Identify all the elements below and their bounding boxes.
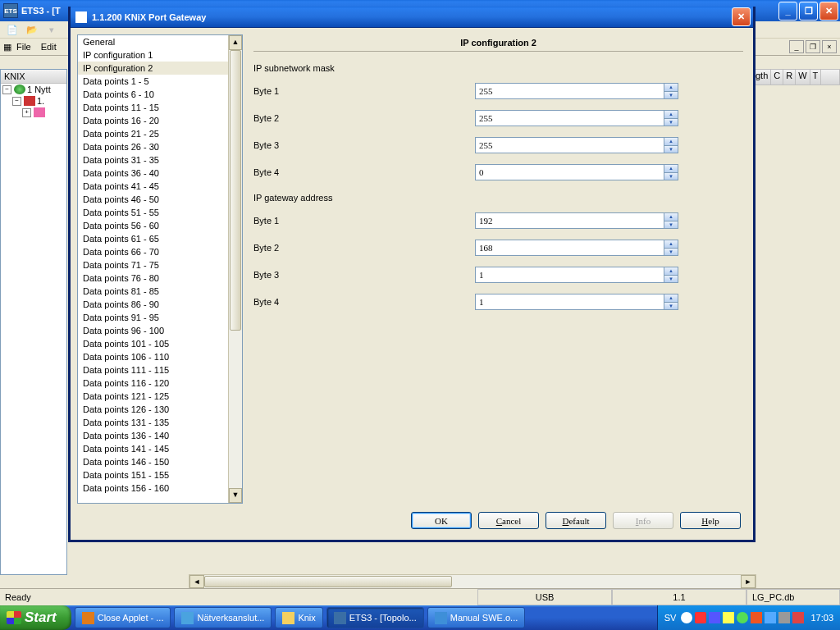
tray-icon[interactable] bbox=[723, 612, 734, 623]
tray-icon[interactable] bbox=[709, 612, 720, 623]
sidebar-item[interactable]: Data points 46 - 50 bbox=[78, 193, 229, 206]
sidebar-item[interactable]: Data points 66 - 70 bbox=[78, 245, 229, 258]
start-button[interactable]: Start bbox=[0, 605, 71, 630]
sidebar-item[interactable]: Data points 76 - 80 bbox=[78, 272, 229, 285]
sidebar-scroll-thumb[interactable] bbox=[230, 50, 241, 331]
dialog-titlebar[interactable]: 1.1.200 KNiX Port Gateway ✕ bbox=[71, 7, 753, 28]
sidebar-scrollbar[interactable]: ▲ ▼ bbox=[228, 35, 242, 503]
sidebar-item[interactable]: Data points 81 - 85 bbox=[78, 285, 229, 298]
spin-down-icon[interactable]: ▼ bbox=[664, 303, 678, 310]
clock[interactable]: 17:03 bbox=[810, 613, 833, 623]
gateway-byte2-spinner[interactable]: ▲▼ bbox=[475, 240, 678, 256]
spin-down-icon[interactable]: ▼ bbox=[664, 173, 678, 180]
system-tray[interactable]: SV 17:03 bbox=[657, 605, 840, 630]
dialog-close-button[interactable]: ✕ bbox=[732, 7, 751, 26]
tray-icon[interactable] bbox=[737, 612, 748, 623]
subnet-byte4-input[interactable] bbox=[475, 164, 664, 180]
menu-icon[interactable]: ▦ bbox=[3, 42, 11, 52]
default-button[interactable]: Default bbox=[546, 512, 606, 529]
taskbar-item[interactable]: Nätverksanslut... bbox=[174, 607, 272, 628]
subnet-byte1-spinner[interactable]: ▲▼ bbox=[475, 83, 678, 99]
tray-icon[interactable] bbox=[751, 612, 762, 623]
scroll-right-icon[interactable]: ► bbox=[741, 575, 756, 588]
spin-up-icon[interactable]: ▲ bbox=[664, 240, 678, 249]
spin-down-icon[interactable]: ▼ bbox=[664, 146, 678, 153]
parent-maximize-button[interactable]: ❐ bbox=[799, 2, 818, 21]
spin-up-icon[interactable]: ▲ bbox=[664, 111, 678, 119]
sidebar-item[interactable]: Data points 6 - 10 bbox=[78, 88, 229, 101]
gateway-byte2-input[interactable] bbox=[475, 240, 664, 256]
gateway-byte3-input[interactable] bbox=[475, 267, 664, 283]
sidebar-item[interactable]: Data points 101 - 105 bbox=[78, 337, 229, 350]
parent-close-button[interactable]: ✕ bbox=[819, 2, 838, 21]
taskbar-item[interactable]: Manual SWE.o... bbox=[427, 607, 526, 628]
sidebar-item[interactable]: Data points 1 - 5 bbox=[78, 75, 229, 88]
sidebar-item[interactable]: Data points 91 - 95 bbox=[78, 311, 229, 324]
sidebar-item[interactable]: Data points 51 - 55 bbox=[78, 206, 229, 219]
scroll-down-icon[interactable]: ▼ bbox=[229, 488, 242, 503]
sidebar-item[interactable]: Data points 146 - 150 bbox=[78, 455, 229, 468]
taskbar-item[interactable]: ETS3 - [Topolo... bbox=[326, 607, 424, 628]
taskbar-item[interactable]: Close Applet - ... bbox=[75, 607, 171, 628]
spin-up-icon[interactable]: ▲ bbox=[664, 84, 678, 92]
spin-down-icon[interactable]: ▼ bbox=[664, 249, 678, 256]
tray-icon[interactable] bbox=[681, 612, 692, 623]
spin-down-icon[interactable]: ▼ bbox=[664, 221, 678, 229]
sidebar-item[interactable]: Data points 136 - 140 bbox=[78, 429, 229, 442]
sidebar-item[interactable]: Data points 96 - 100 bbox=[78, 324, 229, 337]
sidebar-item[interactable]: Data points 36 - 40 bbox=[78, 167, 229, 180]
tray-icon[interactable] bbox=[695, 612, 706, 623]
sidebar-item[interactable]: Data points 131 - 135 bbox=[78, 416, 229, 429]
sidebar-item[interactable]: Data points 56 - 60 bbox=[78, 219, 229, 232]
scroll-up-icon[interactable]: ▲ bbox=[229, 35, 242, 50]
spin-down-icon[interactable]: ▼ bbox=[664, 119, 678, 126]
subnet-byte3-input[interactable] bbox=[475, 137, 664, 153]
ok-button[interactable]: OK bbox=[411, 512, 472, 529]
taskbar-item[interactable]: Knix bbox=[275, 607, 322, 628]
horizontal-scrollbar[interactable]: ◄ ► bbox=[189, 574, 756, 589]
column-headers[interactable]: gth C R W T bbox=[752, 69, 840, 85]
subnet-byte4-spinner[interactable]: ▲▼ bbox=[475, 164, 678, 180]
gateway-byte3-spinner[interactable]: ▲▼ bbox=[475, 267, 678, 283]
sidebar-item[interactable]: IP configuration 2 bbox=[78, 62, 229, 75]
topology-tree[interactable]: KNIX −1 Nytt −1. + bbox=[0, 69, 67, 575]
sidebar-item[interactable]: Data points 156 - 160 bbox=[78, 482, 229, 495]
spin-up-icon[interactable]: ▲ bbox=[664, 267, 678, 276]
doc-close-button[interactable]: × bbox=[822, 40, 837, 53]
spin-up-icon[interactable]: ▲ bbox=[664, 138, 678, 146]
sidebar-item[interactable]: General bbox=[78, 35, 229, 48]
spin-up-icon[interactable]: ▲ bbox=[664, 165, 678, 173]
tray-icon[interactable] bbox=[792, 612, 804, 623]
subnet-byte2-spinner[interactable]: ▲▼ bbox=[475, 110, 678, 126]
sidebar-item[interactable]: Data points 26 - 30 bbox=[78, 140, 229, 153]
cancel-button[interactable]: Cancel bbox=[478, 512, 539, 529]
gateway-byte1-input[interactable] bbox=[475, 212, 664, 229]
sidebar-item[interactable]: Data points 71 - 75 bbox=[78, 258, 229, 272]
parent-minimize-button[interactable]: _ bbox=[778, 2, 797, 21]
spin-up-icon[interactable]: ▲ bbox=[664, 294, 678, 303]
spin-down-icon[interactable]: ▼ bbox=[664, 92, 678, 99]
toolbar-open-icon[interactable]: 📂 bbox=[23, 22, 41, 37]
tree-node[interactable]: −1 Nytt bbox=[1, 84, 66, 95]
language-indicator[interactable]: SV bbox=[664, 613, 677, 623]
sidebar-item[interactable]: Data points 141 - 145 bbox=[78, 442, 229, 455]
spin-down-icon[interactable]: ▼ bbox=[664, 276, 678, 283]
sidebar-item[interactable]: Data points 16 - 20 bbox=[78, 114, 229, 127]
sidebar-item[interactable]: Data points 111 - 115 bbox=[78, 363, 229, 377]
sidebar-item[interactable]: Data points 116 - 120 bbox=[78, 377, 229, 390]
spin-up-icon[interactable]: ▲ bbox=[664, 213, 678, 221]
gateway-byte1-spinner[interactable]: ▲▼ bbox=[475, 212, 678, 229]
subnet-byte1-input[interactable] bbox=[475, 83, 664, 99]
sidebar-item[interactable]: Data points 61 - 65 bbox=[78, 232, 229, 245]
sidebar-item[interactable]: Data points 126 - 130 bbox=[78, 403, 229, 416]
menu-file[interactable]: File bbox=[11, 40, 36, 53]
sidebar-item[interactable]: Data points 31 - 35 bbox=[78, 153, 229, 167]
sidebar-item[interactable]: Data points 86 - 90 bbox=[78, 298, 229, 311]
sidebar-item[interactable]: Data points 11 - 15 bbox=[78, 101, 229, 114]
sidebar-item[interactable]: Data points 21 - 25 bbox=[78, 127, 229, 140]
sidebar-item[interactable]: IP configuration 1 bbox=[78, 48, 229, 62]
toolbar-new-icon[interactable]: 📄 bbox=[3, 22, 21, 37]
sidebar-item[interactable]: Data points 151 - 155 bbox=[78, 468, 229, 482]
doc-minimize-button[interactable]: _ bbox=[789, 40, 804, 53]
tray-icon[interactable] bbox=[765, 612, 776, 623]
